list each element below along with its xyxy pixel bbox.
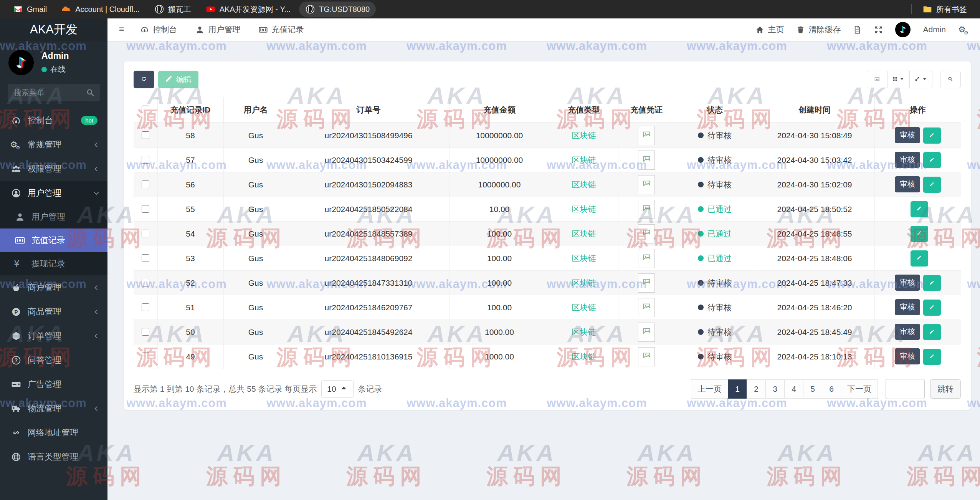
pagination-page-2[interactable]: 2 bbox=[747, 379, 766, 399]
recharge-type-link[interactable]: 区块链 bbox=[572, 254, 596, 263]
recharge-type-link[interactable]: 区块链 bbox=[572, 352, 596, 361]
topbar-action[interactable]: 主页 bbox=[755, 24, 784, 35]
sidebar-item-商品管理[interactable]: P 商品管理 bbox=[0, 300, 107, 324]
bookmark-item[interactable]: Account | Cloudfl... bbox=[55, 2, 146, 17]
voucher-image[interactable] bbox=[638, 200, 655, 219]
recharge-type-link[interactable]: 区块链 bbox=[572, 278, 596, 287]
page-size-select[interactable]: 10 bbox=[321, 380, 353, 398]
topbar-action[interactable]: 清除缓存 bbox=[796, 24, 841, 35]
row-edit-button[interactable] bbox=[923, 152, 941, 168]
recharge-type-link[interactable]: 区块链 bbox=[572, 303, 596, 312]
sidebar-item-语言类型管理[interactable]: 语言类型管理 bbox=[0, 445, 107, 469]
sidebar-toggle-button[interactable] bbox=[112, 26, 131, 33]
sidebar-item-物流管理[interactable]: 物流管理 bbox=[0, 396, 107, 421]
row-checkbox[interactable] bbox=[142, 156, 149, 164]
voucher-image[interactable] bbox=[638, 126, 655, 145]
sidebar-item-商户管理[interactable]: 商户管理 bbox=[0, 275, 107, 300]
row-edit-button[interactable] bbox=[911, 250, 928, 267]
recharge-type-link[interactable]: 区块链 bbox=[572, 156, 596, 164]
audit-button[interactable]: 审核 bbox=[895, 176, 920, 192]
row-checkbox[interactable] bbox=[142, 205, 149, 213]
bookmark-item[interactable]: TG:USDT8080 bbox=[299, 2, 376, 17]
sidebar-item-充值记录[interactable]: 充值记录 bbox=[0, 228, 107, 252]
table-view-button[interactable] bbox=[867, 71, 887, 88]
sidebar-item-控制台[interactable]: 控制台 hot bbox=[0, 108, 107, 132]
cell-amount: 1000000.00 bbox=[449, 172, 550, 197]
voucher-image[interactable] bbox=[638, 323, 655, 342]
voucher-image[interactable] bbox=[638, 224, 655, 243]
sidebar-item-问答管理[interactable]: ? 问答管理 bbox=[0, 348, 107, 372]
pagination-next-button[interactable]: 下一页 bbox=[841, 379, 878, 399]
row-edit-button[interactable] bbox=[923, 300, 941, 316]
page-jump-input[interactable] bbox=[886, 379, 925, 399]
row-edit-button[interactable] bbox=[923, 324, 941, 340]
voucher-image[interactable] bbox=[638, 151, 655, 170]
sidebar-item-权限管理[interactable]: 权限管理 bbox=[0, 157, 107, 181]
top-tab-控制台[interactable]: 控制台 bbox=[131, 18, 186, 41]
row-checkbox[interactable] bbox=[142, 254, 149, 262]
audit-button[interactable]: 审核 bbox=[895, 275, 920, 291]
audit-button[interactable]: 审核 bbox=[895, 299, 920, 315]
admin-menu[interactable]: Admin bbox=[923, 25, 946, 34]
select-all-checkbox[interactable] bbox=[142, 106, 149, 113]
row-checkbox[interactable] bbox=[142, 279, 149, 286]
pagination-page-4[interactable]: 4 bbox=[784, 379, 803, 399]
voucher-image[interactable] bbox=[638, 298, 655, 317]
pagination-page-1[interactable]: 1 bbox=[728, 379, 747, 399]
table-search-button[interactable] bbox=[940, 71, 961, 88]
sidebar-item-用户管理[interactable]: 用户管理 bbox=[0, 205, 107, 228]
recharge-type-link[interactable]: 区块链 bbox=[572, 205, 596, 214]
row-checkbox[interactable] bbox=[142, 230, 149, 237]
sidebar-item-网络地址管理[interactable]: 网络地址管理 bbox=[0, 421, 107, 445]
avatar[interactable]: ♪ bbox=[895, 22, 911, 37]
pagination-prev-button[interactable]: 上一页 bbox=[691, 379, 728, 399]
sidebar-item-订单管理[interactable]: 订单管理 bbox=[0, 324, 107, 348]
voucher-image[interactable] bbox=[638, 249, 655, 268]
voucher-image[interactable] bbox=[638, 273, 655, 293]
recharge-type-link[interactable]: 区块链 bbox=[572, 328, 596, 336]
bookmark-item[interactable]: AKA开发资源网 - Y... bbox=[200, 2, 297, 17]
row-checkbox[interactable] bbox=[142, 303, 149, 311]
table-view-button[interactable] bbox=[887, 71, 910, 88]
audit-button[interactable]: 审核 bbox=[895, 348, 920, 364]
recharge-type-link[interactable]: 区块链 bbox=[572, 229, 596, 238]
row-edit-button[interactable] bbox=[923, 275, 941, 291]
pagination-page-6[interactable]: 6 bbox=[822, 379, 841, 399]
table-view-button[interactable] bbox=[909, 71, 932, 88]
row-checkbox[interactable] bbox=[142, 180, 149, 188]
row-edit-button[interactable] bbox=[923, 349, 941, 365]
page-jump-button[interactable]: 跳转 bbox=[930, 379, 961, 399]
bookmark-item[interactable]: Gmail bbox=[7, 2, 53, 17]
row-edit-button[interactable] bbox=[923, 127, 941, 144]
settings-gears-icon[interactable]: ⚙⚙ bbox=[958, 25, 967, 34]
sidebar-item-广告管理[interactable]: 广告管理 bbox=[0, 372, 107, 396]
pagination-page-5[interactable]: 5 bbox=[803, 379, 822, 399]
all-bookmarks-button[interactable]: 所有书签 bbox=[916, 2, 973, 17]
topbar-action[interactable] bbox=[874, 25, 883, 34]
edit-button[interactable]: 编辑 bbox=[158, 71, 198, 88]
top-tab-充值记录[interactable]: 充值记录 bbox=[250, 18, 313, 41]
row-edit-button[interactable] bbox=[911, 226, 928, 242]
audit-button[interactable]: 审核 bbox=[895, 127, 920, 143]
brand-logo[interactable]: AKA开发 bbox=[0, 18, 107, 41]
row-checkbox[interactable] bbox=[142, 353, 149, 360]
sidebar-item-提现记录[interactable]: ¥ 提现记录 bbox=[0, 252, 107, 275]
audit-button[interactable]: 审核 bbox=[895, 324, 920, 340]
sidebar-item-常规管理[interactable]: ⚙⚙ 常规管理 bbox=[0, 132, 107, 157]
voucher-image[interactable] bbox=[638, 347, 655, 366]
sidebar-item-用户管理[interactable]: 用户管理 bbox=[0, 181, 107, 205]
refresh-button[interactable] bbox=[134, 71, 154, 88]
bookmark-item[interactable]: 搬瓦工 bbox=[148, 2, 197, 17]
row-edit-button[interactable] bbox=[911, 201, 928, 217]
topbar-action[interactable] bbox=[853, 25, 862, 34]
audit-button[interactable]: 审核 bbox=[895, 152, 920, 168]
pagination-page-3[interactable]: 3 bbox=[765, 379, 785, 399]
row-checkbox[interactable] bbox=[142, 131, 149, 139]
row-edit-button[interactable] bbox=[923, 177, 941, 193]
recharge-type-link[interactable]: 区块链 bbox=[572, 131, 596, 140]
voucher-image[interactable] bbox=[638, 175, 655, 194]
row-checkbox[interactable] bbox=[142, 328, 149, 336]
sidebar-avatar[interactable]: ♪ bbox=[8, 50, 34, 75]
top-tab-用户管理[interactable]: 用户管理 bbox=[186, 18, 250, 41]
recharge-type-link[interactable]: 区块链 bbox=[572, 180, 596, 189]
